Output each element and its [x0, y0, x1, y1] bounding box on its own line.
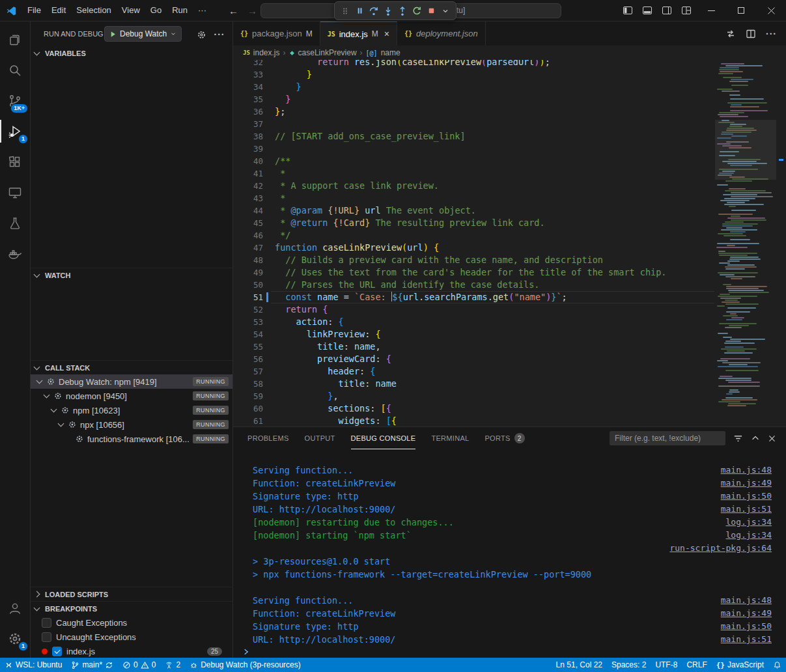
- code-line[interactable]: 55 title: name,: [233, 341, 714, 353]
- console-source-link[interactable]: log.js:34: [726, 529, 772, 542]
- console-input-row[interactable]: [233, 646, 786, 658]
- section-variables[interactable]: VARIABLES: [31, 46, 232, 61]
- console-source-link[interactable]: main.js:48: [721, 464, 772, 477]
- console-source-link[interactable]: main.js:50: [721, 490, 772, 503]
- code-line[interactable]: 46 */: [233, 229, 714, 242]
- callstack-row[interactable]: functions-framework [106...RUNNING: [31, 432, 232, 446]
- nav-forward-icon[interactable]: →: [247, 5, 257, 16]
- tab-package-json[interactable]: {} package.json M: [233, 21, 320, 46]
- tab-ports[interactable]: PORTS 2: [484, 427, 524, 449]
- minimap-slider[interactable]: [715, 120, 776, 180]
- minimap[interactable]: [715, 60, 776, 427]
- console-source-link[interactable]: run-script-pkg.js:64: [669, 542, 772, 555]
- breadcrumb-symbol[interactable]: name: [381, 48, 400, 57]
- code-line[interactable]: 36};: [233, 105, 714, 118]
- indentation[interactable]: Spaces: 2: [607, 658, 651, 672]
- close-icon[interactable]: ×: [384, 29, 389, 39]
- filter-icon[interactable]: [733, 434, 743, 443]
- code-editor[interactable]: 32 return res.json(caseLinkPreview(parse…: [233, 60, 786, 427]
- customize-layout-icon[interactable]: [677, 2, 696, 19]
- problems-item[interactable]: 0 0: [118, 658, 160, 672]
- checkbox[interactable]: [52, 647, 62, 656]
- code-line[interactable]: 33 }: [233, 68, 714, 81]
- maximize-panel-icon[interactable]: [751, 434, 760, 443]
- close-button[interactable]: [756, 0, 786, 21]
- callstack-row[interactable]: npm [10623]RUNNING: [31, 403, 232, 417]
- menu-view[interactable]: View: [117, 3, 145, 18]
- encoding[interactable]: UTF-8: [651, 658, 682, 672]
- tab-terminal[interactable]: TERMINAL: [431, 427, 469, 449]
- code-line[interactable]: 51 const name = `Case: ${url.searchParam…: [233, 291, 714, 303]
- callstack-row[interactable]: Debug Watch: npm [9419]RUNNING: [31, 374, 232, 389]
- console-source-link[interactable]: main.js:49: [721, 477, 772, 490]
- activity-run-debug[interactable]: 1: [0, 116, 30, 147]
- menu-go[interactable]: Go: [145, 3, 167, 18]
- menu-edit[interactable]: Edit: [46, 3, 71, 18]
- console-source-link[interactable]: main.js:51: [721, 633, 772, 646]
- activity-docker[interactable]: [0, 238, 30, 269]
- toggle-panel-icon[interactable]: [638, 2, 657, 19]
- maximize-button[interactable]: [726, 0, 756, 21]
- code-line[interactable]: 38// [START add_ons_case_preview_link]: [233, 130, 714, 143]
- code-line[interactable]: 48 // Builds a preview card with the cas…: [233, 254, 714, 266]
- console-source-link[interactable]: log.js:34: [726, 516, 772, 529]
- debug-console[interactable]: Serving function...main.js:48Function: c…: [233, 449, 786, 658]
- checkbox[interactable]: [42, 618, 51, 628]
- sidebar-more-actions-icon[interactable]: ···: [214, 29, 225, 40]
- code-line[interactable]: 53 action: {: [233, 316, 714, 328]
- activity-extensions[interactable]: [0, 147, 30, 177]
- toggle-sidebar-icon[interactable]: [618, 2, 638, 19]
- restart-icon[interactable]: [410, 3, 424, 19]
- breadcrumb-symbol[interactable]: caseLinkPreview: [298, 48, 357, 57]
- breakpoint-row[interactable]: Uncaught Exceptions: [31, 630, 232, 644]
- menu-selection[interactable]: Selection: [71, 3, 116, 18]
- stop-icon[interactable]: [424, 3, 438, 19]
- code-line[interactable]: 61 widgets: [{: [233, 415, 714, 427]
- debug-status-item[interactable]: Debug Watch (3p-resources): [185, 658, 305, 672]
- console-filter-input[interactable]: [610, 431, 725, 445]
- step-over-icon[interactable]: [367, 3, 381, 19]
- tab-output[interactable]: OUTPUT: [305, 427, 335, 449]
- eol-sequence[interactable]: CRLF: [682, 658, 711, 672]
- callstack-row[interactable]: nodemon [9450]RUNNING: [31, 389, 232, 403]
- split-editor-icon[interactable]: [746, 29, 756, 39]
- breakpoint-row[interactable]: index.js25: [31, 644, 232, 658]
- step-out-icon[interactable]: [395, 3, 410, 19]
- code-line[interactable]: 47function caseLinkPreview(url) {: [233, 242, 714, 254]
- code-line[interactable]: 60 sections: [{: [233, 402, 714, 415]
- menu-file[interactable]: File: [22, 3, 46, 18]
- cursor-position[interactable]: Ln 51, Col 22: [552, 658, 607, 672]
- remote-indicator[interactable]: WSL: Ubuntu: [0, 658, 66, 672]
- checkbox[interactable]: [42, 632, 51, 642]
- callstack-row[interactable]: npx [10656]RUNNING: [31, 417, 232, 432]
- breakpoint-row[interactable]: Caught Exceptions: [31, 615, 232, 630]
- activity-remote-explorer[interactable]: [0, 177, 30, 208]
- code-line[interactable]: 43 *: [233, 192, 714, 204]
- activity-search[interactable]: [0, 55, 30, 85]
- code-line[interactable]: 56 previewCard: {: [233, 353, 714, 365]
- notifications-item[interactable]: [768, 658, 786, 672]
- drag-grip-icon[interactable]: [338, 3, 352, 19]
- code-line[interactable]: 35 }: [233, 93, 714, 105]
- language-mode[interactable]: {} JavaScript: [712, 658, 768, 672]
- nav-back-icon[interactable]: ←: [229, 5, 238, 16]
- close-panel-icon[interactable]: [768, 434, 776, 443]
- code-line[interactable]: 58 title: name: [233, 378, 714, 390]
- debug-launch-dropdown[interactable]: Debug Watch: [104, 26, 182, 42]
- code-line[interactable]: 37: [233, 118, 714, 130]
- console-source-link[interactable]: main.js:49: [721, 607, 772, 620]
- code-line[interactable]: 50 // Parses the URL and identify the ca…: [233, 279, 714, 291]
- console-source-link[interactable]: main.js:48: [721, 594, 772, 607]
- activity-source-control[interactable]: 1K+: [0, 85, 30, 116]
- git-branch-item[interactable]: main*: [66, 658, 118, 672]
- code-line[interactable]: 34 }: [233, 81, 714, 93]
- switch-editor-icon[interactable]: [725, 29, 736, 39]
- code-line[interactable]: 57 header: {: [233, 365, 714, 378]
- more-actions-icon[interactable]: ···: [766, 29, 777, 39]
- activity-testing[interactable]: [0, 208, 30, 238]
- code-line[interactable]: 42 * A support case link preview.: [233, 180, 714, 192]
- code-line[interactable]: 32 return res.json(caseLinkPreview(parse…: [233, 60, 714, 68]
- step-into-icon[interactable]: [381, 3, 395, 19]
- section-loaded-scripts[interactable]: LOADED SCRIPTS: [31, 587, 232, 601]
- overview-ruler[interactable]: [776, 60, 786, 427]
